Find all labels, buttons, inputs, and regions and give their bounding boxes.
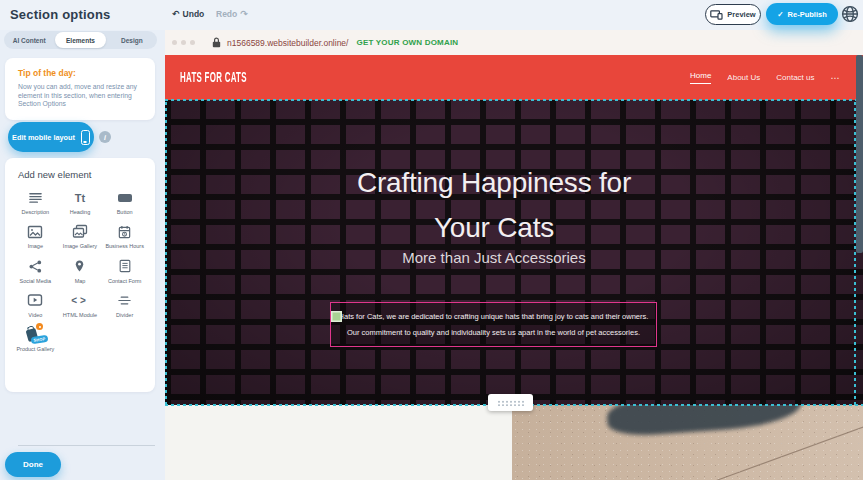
grip-dots-icon bbox=[497, 400, 525, 406]
sidebar-divider bbox=[18, 445, 155, 446]
image-gallery-icon bbox=[72, 223, 88, 240]
hero-content: Crafting Happiness for Your Cats More th… bbox=[165, 100, 823, 405]
tab-ai-content[interactable]: AI Content bbox=[4, 31, 54, 49]
redo-button[interactable]: Redo ↷ bbox=[216, 9, 248, 19]
map-icon bbox=[73, 258, 86, 275]
section-outline-left bbox=[165, 100, 167, 405]
globe-icon bbox=[841, 5, 859, 23]
tip-body: Now you can add, move and resize any ele… bbox=[18, 83, 148, 109]
undo-icon: ↶ bbox=[172, 9, 180, 19]
next-section[interactable] bbox=[165, 405, 863, 480]
add-element-product-gallery[interactable]: SHOP Product Gallery bbox=[13, 323, 58, 352]
tip-title: Tip of the day: bbox=[18, 68, 76, 78]
page-title: Section options bbox=[10, 7, 111, 22]
element-label: Heading bbox=[70, 209, 91, 215]
description-icon bbox=[28, 189, 43, 206]
done-button[interactable]: Done bbox=[5, 452, 61, 477]
section-resize-handle[interactable] bbox=[488, 394, 533, 411]
preview-button[interactable]: Preview bbox=[705, 4, 761, 25]
business-hours-icon bbox=[117, 223, 132, 240]
element-label: HTML Module bbox=[63, 312, 97, 318]
element-label: Video bbox=[28, 312, 42, 318]
nav-contact-us[interactable]: Contact us bbox=[776, 73, 814, 82]
element-label: Map bbox=[75, 278, 86, 284]
nav-more-icon[interactable]: ⋯ bbox=[831, 73, 840, 83]
preview-scrollbar[interactable] bbox=[856, 55, 863, 253]
add-element-title: Add new element bbox=[18, 169, 91, 180]
element-label: Image bbox=[28, 243, 43, 249]
url-text: n1566589.websitebuilder.online/ bbox=[227, 38, 348, 48]
topbar: Section options ↶ Undo Redo ↷ Preview ✓ … bbox=[0, 0, 863, 30]
social-media-icon bbox=[28, 258, 43, 275]
undo-button[interactable]: ↶ Undo bbox=[172, 9, 204, 19]
element-label: Image Gallery bbox=[63, 243, 97, 249]
add-element-video[interactable]: Video bbox=[13, 289, 58, 318]
element-label: Contact Form bbox=[108, 278, 141, 284]
sidebar: AI Content Elements Design Tip of the da… bbox=[0, 30, 165, 480]
element-label: Button bbox=[117, 209, 133, 215]
element-drag-handle[interactable] bbox=[331, 311, 342, 322]
cat-shadow-shape bbox=[606, 405, 803, 438]
nav-about-us[interactable]: About Us bbox=[727, 73, 760, 82]
heading-icon: Tt bbox=[75, 189, 85, 206]
button-icon bbox=[118, 189, 132, 206]
site-preview: n1566589.websitebuilder.online/ GET YOUR… bbox=[165, 30, 863, 480]
redo-label: Redo bbox=[216, 9, 237, 19]
hero-section[interactable]: Crafting Happiness for Your Cats More th… bbox=[165, 100, 863, 405]
info-icon: i bbox=[104, 134, 106, 141]
add-element-contact-form[interactable]: Contact Form bbox=[102, 255, 147, 284]
tab-elements[interactable]: Elements bbox=[55, 32, 105, 48]
notification-badge-icon bbox=[36, 323, 43, 330]
video-icon bbox=[27, 292, 43, 309]
preview-label: Preview bbox=[727, 10, 755, 19]
redo-icon: ↷ bbox=[240, 9, 248, 19]
add-element-image-gallery[interactable]: Image Gallery bbox=[58, 220, 103, 249]
preview-devices-icon bbox=[710, 10, 723, 20]
selected-text-element[interactable]: Hats for Cats, we are dedicated to craft… bbox=[330, 302, 657, 347]
next-section-image bbox=[512, 405, 863, 480]
hero-subheading: More than Just Accessories bbox=[165, 249, 823, 266]
contact-form-icon bbox=[118, 258, 132, 275]
add-element-heading[interactable]: Tt Heading bbox=[58, 186, 103, 215]
add-element-description[interactable]: Description bbox=[13, 186, 58, 215]
tab-design[interactable]: Design bbox=[107, 31, 157, 49]
html-module-icon: <> bbox=[71, 292, 89, 309]
element-label: Description bbox=[22, 209, 50, 215]
app-window: Section options ↶ Undo Redo ↷ Preview ✓ … bbox=[0, 0, 863, 480]
edit-mobile-label: Edit mobile layout bbox=[12, 133, 75, 142]
check-icon: ✓ bbox=[777, 10, 783, 19]
add-element-social-media[interactable]: Social Media bbox=[13, 255, 58, 284]
product-gallery-icon: SHOP bbox=[23, 326, 47, 343]
image-icon bbox=[27, 223, 43, 240]
add-element-map[interactable]: Map bbox=[58, 255, 103, 284]
tip-card: Tip of the day: Now you can add, move an… bbox=[5, 58, 155, 120]
nav-home[interactable]: Home bbox=[690, 71, 711, 84]
shop-badge: SHOP bbox=[31, 335, 49, 344]
element-label: Divider bbox=[116, 312, 133, 318]
hero-paragraph-line1: Hats for Cats, we are dedicated to craft… bbox=[339, 309, 649, 325]
add-element-business-hours[interactable]: Business Hours bbox=[102, 220, 147, 249]
add-element-panel: Add new element Description Tt Heading B… bbox=[5, 158, 155, 392]
window-dots-icon bbox=[172, 40, 199, 45]
site-logo: HATS FOR CATS bbox=[180, 70, 247, 85]
divider-icon bbox=[117, 292, 132, 309]
add-element-button[interactable]: Button bbox=[102, 186, 147, 215]
info-button[interactable]: i bbox=[99, 131, 111, 143]
edit-mobile-layout-button[interactable]: Edit mobile layout bbox=[8, 122, 94, 152]
element-label: Product Gallery bbox=[16, 346, 54, 352]
add-element-divider[interactable]: Divider bbox=[102, 289, 147, 318]
browser-chrome: n1566589.websitebuilder.online/ GET YOUR… bbox=[165, 30, 863, 55]
republish-label: Re-Publish bbox=[788, 10, 827, 19]
element-label: Social Media bbox=[20, 278, 52, 284]
section-outline-top bbox=[165, 99, 863, 101]
add-element-image[interactable]: Image bbox=[13, 220, 58, 249]
hero-paragraph-line2: Our commitment to quality and individual… bbox=[347, 325, 640, 341]
republish-button[interactable]: ✓ Re-Publish bbox=[766, 3, 838, 25]
element-grid: Description Tt Heading Button Image bbox=[13, 186, 147, 352]
site-header: HATS FOR CATS Home About Us Contact us ⋯ bbox=[165, 55, 863, 100]
element-label: Business Hours bbox=[105, 243, 144, 249]
get-domain-link[interactable]: GET YOUR OWN DOMAIN bbox=[356, 38, 458, 47]
add-element-html-module[interactable]: <> HTML Module bbox=[58, 289, 103, 318]
language-globe-button[interactable] bbox=[841, 5, 859, 23]
undo-label: Undo bbox=[183, 9, 205, 19]
